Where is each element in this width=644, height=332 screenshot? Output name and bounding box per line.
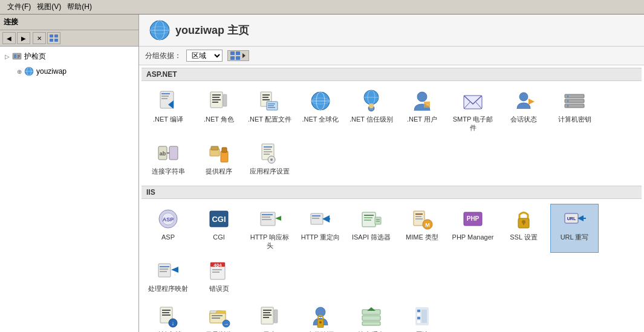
icon-mime[interactable]: M MIME 类型 [398,204,446,253]
net-compile-icon-box [156,89,180,113]
icons-container: ASP.NET .NET 编译 [139,65,644,332]
machine-key-icon-box [562,89,587,113]
icon-cgi[interactable]: CGI CGI [195,204,243,253]
svg-marker-57 [529,99,535,105]
net-user-icon-box: → [410,89,434,113]
icon-provider[interactable]: 提供程序 [195,138,243,178]
icon-error-page[interactable]: 404 错误页 [195,255,243,296]
icon-smtp[interactable]: SMTP 电子邮件 [449,86,497,135]
url-rewrite-svg: URL [563,207,586,230]
menu-help[interactable]: 帮助(H) [65,1,94,13]
svg-rect-6 [18,55,20,56]
sidebar-close-btn[interactable]: ✕ [33,32,46,44]
svg-rect-142 [263,314,272,316]
tree-root[interactable]: ▷ 护检页 [2,50,136,63]
svg-rect-87 [262,219,272,220]
svg-rect-27 [212,94,221,96]
icon-net-role[interactable]: .NET 角色 [195,86,243,135]
auth-svg [309,305,332,328]
icon-net-user[interactable]: → .NET 用户 [398,86,446,135]
cgi-svg: CGI [207,207,230,230]
svg-point-62 [567,100,569,102]
svg-rect-128 [162,312,169,313]
svg-point-63 [567,105,569,107]
error-page-label: 错误页 [209,284,229,293]
icon-net-trust[interactable]: .NET 信任级别 [347,86,395,135]
icon-asp[interactable]: ASP ASP [144,204,192,253]
icon-default-doc[interactable]: ↓ 默认文档 [144,301,192,332]
cgi-icon-box: CGI [207,207,231,231]
svg-rect-70 [221,151,228,162]
svg-rect-154 [417,313,420,316]
http-response-label: HTTP 响应标头 [247,233,292,250]
icon-machine-key[interactable]: 计算机密钥 [550,86,599,135]
sidebar-back-btn[interactable]: ◀ [2,32,16,44]
svg-rect-19 [236,56,240,60]
dir-browse-svg: → [207,305,230,328]
icon-net-compile[interactable]: .NET 编译 [144,86,192,135]
svg-marker-88 [275,216,281,221]
svg-rect-18 [230,56,235,60]
icon-http-redirect[interactable]: HTTP 重定向 [296,204,345,253]
icon-cache[interactable]: 输出缓存 [347,301,395,332]
tree-root-label: 护检页 [24,51,46,62]
svg-rect-17 [236,51,240,55]
svg-rect-125 [212,272,220,273]
icon-auth[interactable]: 身份验证 [296,301,345,332]
app-settings-icon-box [258,141,282,165]
svg-rect-38 [268,105,274,106]
mime-svg: M [411,207,434,230]
group-bar: 分组依据： 区域 [139,47,644,65]
cgi-label: CGI [213,233,225,241]
icon-app-settings[interactable]: 应用程序设置 [246,138,294,178]
svg-rect-34 [262,97,268,98]
icon-session[interactable]: 会话状态 [499,86,548,135]
group-label: 分组依据： [145,51,181,61]
svg-text:URL: URL [567,216,576,221]
svg-text:M: M [425,222,430,228]
net-trust-icon-box [359,89,383,113]
icon-dir-browse[interactable]: → 目录浏览 [195,301,243,332]
svg-rect-39 [268,107,275,108]
cache-svg [360,305,383,328]
isapi-icon-box [359,207,383,231]
tree-youziwap[interactable]: ⊕ youziwap [15,65,136,77]
svg-rect-104 [415,218,423,220]
sidebar-forward-btn[interactable]: ▶ [17,32,30,44]
menu-file[interactable]: 文件(F) [5,1,33,13]
svg-rect-16 [230,51,235,55]
svg-rect-1 [54,34,58,37]
tree-expand-icon: ▷ [5,53,10,60]
php-icon-box: PHP [461,207,485,231]
conn-string-svg: ab [157,142,180,164]
svg-rect-127 [162,310,171,311]
session-label: 会话状态 [510,115,537,123]
sidebar-tree-btn[interactable] [47,32,60,44]
icon-compress[interactable]: 压缩 [398,301,446,332]
svg-rect-90 [312,215,320,216]
icon-net-global[interactable]: .NET 全球化 [296,86,345,135]
icon-php[interactable]: PHP PHP Manager [449,204,497,253]
group-select[interactable]: 区域 [186,50,223,62]
icon-conn-string[interactable]: ab 连接字符串 [144,138,192,178]
svg-rect-157 [421,310,427,323]
menu-view[interactable]: 视图(V) [34,1,63,13]
icon-isapi[interactable]: ISAPI 筛选器 [347,204,395,253]
icon-handler[interactable]: 处理程序映射 [144,255,192,296]
net-role-svg [207,90,230,112]
svg-rect-33 [262,94,270,96]
http-redirect-icon-box [308,207,333,231]
icon-http-response[interactable]: HTTP 响应标头 [246,204,294,253]
view-toggle-btn[interactable] [227,50,249,61]
section-iis: IIS ASP ASP [141,186,642,332]
menubar: 文件(F) 视图(V) 帮助(H) [0,0,644,15]
icon-ssl[interactable]: SSL 设置 [499,204,548,253]
icon-url-rewrite[interactable]: URL URL 重写 [550,204,599,253]
sidebar-tree: ▷ 护检页 ⊕ youziwap [0,47,138,332]
svg-rect-76 [264,154,270,155]
net-config-icon-box [258,89,282,113]
net-trust-svg [360,90,383,112]
icon-net-config[interactable]: .NET 配置文件 [246,86,294,135]
svg-rect-22 [161,93,170,94]
icon-log[interactable]: 日志 [246,301,294,332]
